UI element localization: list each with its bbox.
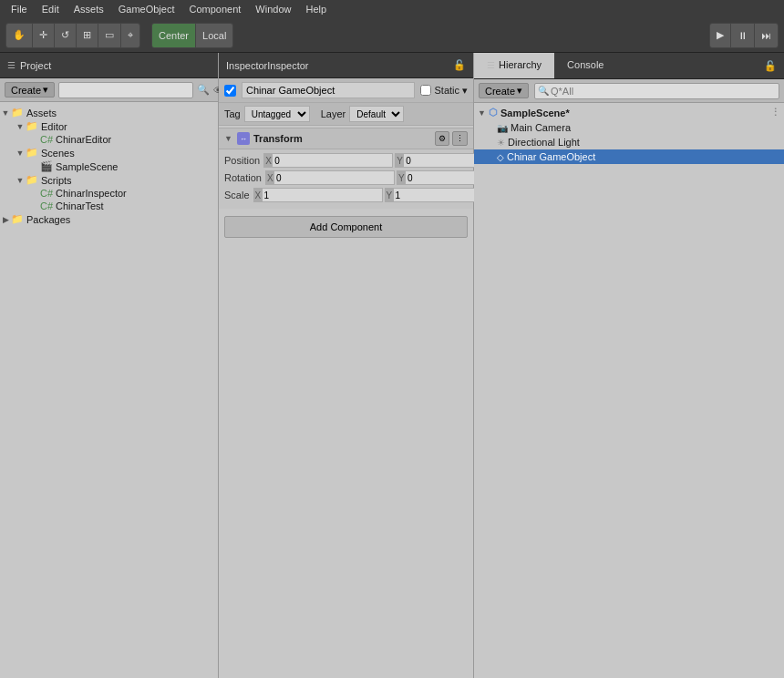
project-panel-title: Project <box>20 60 51 71</box>
script-icon: C# <box>40 134 53 145</box>
project-tree-item[interactable]: C#ChinarInspector <box>0 187 218 200</box>
project-tree-item[interactable]: ▼📁Scripts <box>0 173 218 187</box>
static-row: Static ▾ <box>420 85 468 97</box>
menu-assets[interactable]: Assets <box>67 4 111 15</box>
tree-arrow-spacer <box>29 162 40 171</box>
play-button[interactable]: ▶ <box>710 24 731 47</box>
rotation-x-input[interactable] <box>274 170 395 185</box>
project-tree-item[interactable]: ▼📁Scenes <box>0 146 218 159</box>
project-tree-item[interactable]: ▼📁Editor <box>0 119 218 133</box>
tree-arrow-icon: ▼ <box>15 176 26 185</box>
transform-component-buttons: ⚙ ⋮ <box>435 131 468 146</box>
transform-title: Transform <box>253 133 431 144</box>
hierarchy-item[interactable]: ☀ Directional Light <box>474 135 784 149</box>
camera-icon: 📷 <box>497 123 508 133</box>
tree-item-label: Assets <box>26 108 57 118</box>
gameobject-icon: ◇ <box>497 152 504 162</box>
folder-icon: 📁 <box>26 147 38 159</box>
transform-component-header[interactable]: ▼ ↔ Transform ⚙ ⋮ <box>219 128 473 149</box>
scale-x-input[interactable] <box>263 188 383 202</box>
transform-settings-button[interactable]: ⚙ <box>435 131 449 146</box>
object-enabled-checkbox[interactable] <box>224 85 236 97</box>
console-tab-label: Console <box>567 59 603 70</box>
search-icon[interactable]: 🔍 <box>197 84 210 96</box>
menu-help[interactable]: Help <box>298 4 334 15</box>
position-x-input[interactable] <box>273 153 393 168</box>
move-tool-button[interactable]: ✛ <box>33 24 55 47</box>
folder-icon: 📁 <box>11 213 24 225</box>
hierarchy-item[interactable]: ◇ Chinar GameObject <box>474 149 784 164</box>
menu-bar: File Edit Assets GameObject Component Wi… <box>0 0 784 18</box>
project-panel-icon: ☰ <box>7 60 15 70</box>
transform-menu-button[interactable]: ⋮ <box>452 131 468 146</box>
menu-component[interactable]: Component <box>181 4 248 15</box>
hierarchy-lock-icon[interactable]: 🔓 <box>757 60 784 72</box>
scale-label: Scale <box>224 190 250 200</box>
project-search-input[interactable] <box>58 82 193 98</box>
tree-arrow-icon: ▼ <box>0 108 11 118</box>
static-label: Static <box>434 85 459 96</box>
hierarchy-toolbar: Create ▾ 🔍 <box>474 79 784 103</box>
tab-console[interactable]: Console <box>554 53 616 78</box>
scene-icon: ⬡ <box>489 107 498 118</box>
tree-arrow-spacer <box>29 189 40 198</box>
scale-x-label: X <box>253 188 263 202</box>
add-component-button[interactable]: Add Component <box>224 216 468 238</box>
tree-item-label: Editor <box>41 121 67 132</box>
object-name-input[interactable] <box>242 82 415 98</box>
center-button[interactable]: Center <box>152 24 196 47</box>
tree-item-label: Scripts <box>41 175 72 186</box>
hierarchy-search-input[interactable] <box>551 86 776 97</box>
layer-dropdown[interactable]: Default <box>349 106 404 122</box>
pause-button[interactable]: ⏸ <box>731 24 755 47</box>
project-tree-item[interactable]: C#ChinarEditor <box>0 133 218 146</box>
local-button[interactable]: Local <box>196 24 232 47</box>
step-button[interactable]: ⏭ <box>755 24 778 47</box>
tag-dropdown[interactable]: Untagged <box>244 106 310 122</box>
hierarchy-search-icon: 🔍 <box>538 86 549 96</box>
position-label: Position <box>224 155 260 166</box>
inspector-lock-button[interactable]: 🔓 <box>453 59 466 71</box>
project-tree-item[interactable]: 🎬SampleScene <box>0 159 218 173</box>
project-tree-item[interactable]: C#ChinarTest <box>0 200 218 212</box>
folder-icon: 📁 <box>11 107 24 118</box>
project-panel: ☰ Project Create ▾ 🔍 👁 ▼📁Assets▼📁Editor … <box>0 53 219 678</box>
project-panel-header: ☰ Project <box>0 53 218 78</box>
scale-y-label: Y <box>385 188 394 202</box>
inspector-title: Inspector <box>226 60 267 71</box>
tree-item-label: SampleScene <box>56 161 119 172</box>
menu-file[interactable]: File <box>4 4 35 15</box>
script-icon: C# <box>40 188 53 199</box>
menu-gameobject[interactable]: GameObject <box>111 4 182 15</box>
scene-row[interactable]: ▼ ⬡ SampleScene* ⋮ <box>474 105 784 120</box>
hierarchy-item-label: Chinar GameObject <box>507 151 595 162</box>
tab-hierarchy[interactable]: ☰ Hierarchy <box>474 53 554 78</box>
transform-tool-button[interactable]: ⌖ <box>121 24 139 47</box>
hand-tool-button[interactable]: ✋ <box>6 24 33 47</box>
scale-x-field: X <box>253 188 383 202</box>
menu-edit[interactable]: Edit <box>35 4 67 15</box>
hierarchy-search-box: 🔍 <box>534 83 779 99</box>
tree-arrow-icon: ▶ <box>0 215 11 224</box>
hierarchy-item[interactable]: 📷 Main Camera <box>474 120 784 135</box>
static-dropdown-icon[interactable]: ▾ <box>462 85 468 97</box>
hierarchy-options-icon[interactable]: ⋮ <box>770 107 780 118</box>
transform-tools-group: ✋ ✛ ↺ ⊞ ▭ ⌖ <box>5 23 140 48</box>
scale-tool-button[interactable]: ⊞ <box>77 24 98 47</box>
hierarchy-panel: ☰ Hierarchy Console 🔓 Create ▾ 🔍 ▼ ⬡ Sam… <box>474 53 784 678</box>
hierarchy-create-button[interactable]: Create ▾ <box>479 83 529 98</box>
tree-arrow-icon: ▼ <box>15 122 26 131</box>
static-checkbox[interactable] <box>420 85 431 96</box>
dropdown-arrow-icon: ▾ <box>43 84 48 96</box>
menu-window[interactable]: Window <box>248 4 298 15</box>
hierarchy-item-label: Main Camera <box>511 122 571 133</box>
scene-icon: 🎬 <box>40 160 53 172</box>
project-create-button[interactable]: Create ▾ <box>5 82 55 98</box>
transform-component: ▼ ↔ Transform ⚙ ⋮ Position X <box>219 128 473 209</box>
project-tree-item[interactable]: ▼📁Assets <box>0 106 218 119</box>
rect-tool-button[interactable]: ▭ <box>98 24 121 47</box>
tree-item-label: Scenes <box>41 148 75 159</box>
project-tree-item[interactable]: ▶📁Packages <box>0 212 218 226</box>
rotate-tool-button[interactable]: ↺ <box>55 24 77 47</box>
tag-layer-row: Tag Untagged Layer Default <box>219 103 473 126</box>
